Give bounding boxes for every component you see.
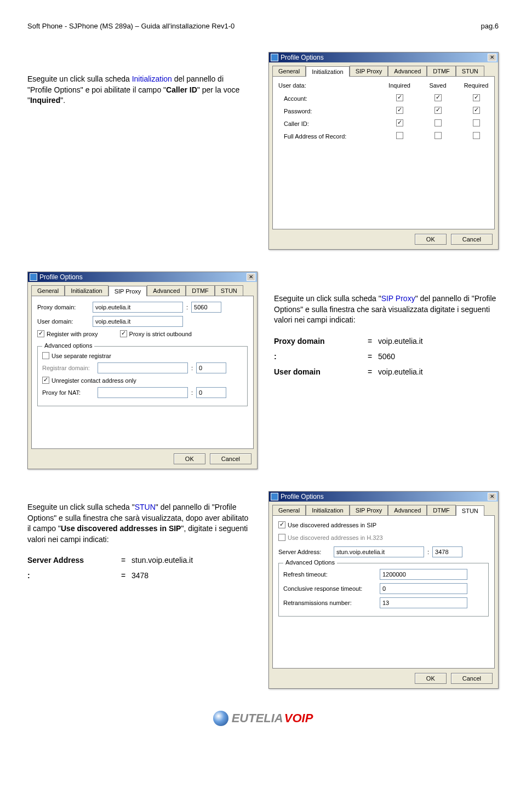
checkbox-password-inquired[interactable] (396, 107, 403, 114)
registrar-domain-input[interactable] (98, 362, 188, 373)
conclusive-timeout-label: Conclusive response timeout: (283, 585, 376, 592)
checkbox-callerid-inquired[interactable] (396, 119, 403, 126)
tab-stun[interactable]: STUN (215, 285, 243, 296)
checkbox-use-h323[interactable] (278, 534, 285, 541)
checkbox-account-required[interactable] (473, 94, 480, 101)
ok-button[interactable]: OK (174, 453, 205, 464)
user-domain-input[interactable] (93, 316, 183, 327)
tab-sip-proxy[interactable]: SIP Proxy (108, 286, 147, 296)
dialog-title: Profile Options (281, 54, 324, 61)
checkbox-strict-outbound[interactable] (120, 330, 127, 337)
param-server-port: : = 3478 (27, 571, 236, 580)
ok-button[interactable]: OK (415, 673, 447, 684)
param-proxy-domain: Proxy domain = voip.eutelia.it (274, 337, 482, 345)
tab-initialization[interactable]: Initialization (306, 505, 349, 515)
link-initialization: Initialization (132, 74, 172, 83)
refresh-timeout-label: Refresh timeout: (283, 571, 376, 578)
tab-general[interactable]: General (272, 505, 306, 515)
col-inquired: Inquired (387, 82, 412, 89)
checkbox-password-saved[interactable] (434, 107, 442, 114)
cancel-button[interactable]: Cancel (210, 453, 251, 464)
ok-button[interactable]: OK (415, 234, 447, 245)
checkbox-fulladdr-required[interactable] (473, 132, 480, 139)
checkbox-use-separate-registrar[interactable] (42, 352, 49, 359)
col-required: Required (464, 82, 489, 89)
dialog-title: Profile Options (281, 493, 324, 500)
param-user-domain: User domain = voip.eutelia.it (274, 367, 482, 376)
proxy-for-nat-label: Proxy for NAT: (42, 389, 94, 396)
titlebar: Profile Options ✕ (269, 53, 498, 62)
user-data-label: User data: (278, 82, 387, 89)
dialog-title: Profile Options (39, 273, 83, 281)
tab-dtmf[interactable]: DTMF (186, 285, 215, 296)
app-icon (271, 493, 278, 500)
link-sip-proxy: SIP Proxy (381, 294, 415, 303)
advanced-options-legend: Advanced options (42, 342, 94, 349)
tab-general[interactable]: General (31, 285, 65, 296)
server-address-label: Server Address: (278, 549, 330, 555)
user-domain-label: User domain: (37, 318, 89, 325)
retransmissions-input[interactable] (380, 597, 467, 608)
server-port-input[interactable] (432, 546, 462, 557)
tab-sip-proxy[interactable]: SIP Proxy (350, 505, 388, 515)
server-address-input[interactable] (334, 546, 424, 557)
tab-advanced[interactable]: Advanced (147, 285, 186, 296)
row-account: Account: (278, 94, 489, 102)
footer-logo: EUTELIAVOIP (27, 711, 499, 728)
tab-stun[interactable]: STUN (456, 505, 484, 516)
tab-sip-proxy[interactable]: SIP Proxy (350, 66, 388, 76)
paragraph-sip-proxy: Eseguite un click sulla scheda "SIP Prox… (274, 293, 499, 326)
row-full-address: Full Address of Record: (278, 132, 489, 140)
tabstrip: General Initialization SIP Proxy Advance… (269, 62, 498, 76)
tab-stun[interactable]: STUN (456, 66, 484, 76)
profile-options-dialog-stun: Profile Options ✕ General Initialization… (268, 491, 499, 689)
param-server-address: Server Address = stun.voip.eutelia.it (27, 556, 236, 565)
tab-advanced[interactable]: Advanced (388, 505, 427, 515)
profile-options-dialog-sip-proxy: Profile Options ✕ General Initialization… (27, 272, 258, 469)
close-icon[interactable]: ✕ (488, 493, 496, 500)
checkbox-unregister[interactable] (42, 377, 49, 384)
registrar-port-input[interactable] (196, 362, 226, 373)
proxy-for-nat-port-input[interactable] (196, 387, 226, 398)
checkbox-account-inquired[interactable] (396, 94, 403, 101)
page-header: Soft Phone - SJPhone (MS 289a) – Guida a… (27, 22, 499, 30)
proxy-domain-label: Proxy domain: (37, 304, 89, 310)
header-left: Soft Phone - SJPhone (MS 289a) – Guida a… (27, 22, 235, 30)
tab-initialization[interactable]: Initialization (65, 285, 108, 296)
close-icon[interactable]: ✕ (247, 273, 255, 281)
checkbox-register-with-proxy[interactable] (37, 330, 44, 337)
tab-dtmf[interactable]: DTMF (427, 66, 456, 76)
checkbox-use-sip[interactable] (278, 521, 285, 528)
close-icon[interactable]: ✕ (488, 54, 496, 61)
registrar-domain-label: Registrar domain: (42, 365, 94, 371)
registrar-port-label: : (191, 365, 193, 371)
tab-advanced[interactable]: Advanced (388, 66, 427, 76)
header-right: pag.6 (481, 22, 499, 30)
tab-general[interactable]: General (272, 66, 306, 76)
checkbox-fulladdr-saved[interactable] (434, 132, 442, 139)
proxy-for-nat-input[interactable] (98, 387, 188, 398)
refresh-timeout-input[interactable] (380, 569, 467, 580)
checkbox-fulladdr-inquired[interactable] (396, 132, 403, 139)
proxy-for-nat-port-label: : (191, 389, 193, 396)
tab-dtmf[interactable]: DTMF (427, 505, 456, 515)
tab-initialization[interactable]: Initialization (306, 66, 349, 77)
checkbox-account-saved[interactable] (434, 94, 442, 101)
proxy-port-input[interactable] (191, 302, 221, 313)
checkbox-callerid-saved[interactable] (434, 119, 442, 126)
cancel-button[interactable]: Cancel (451, 234, 493, 245)
checkbox-password-required[interactable] (473, 107, 480, 114)
conclusive-timeout-input[interactable] (380, 583, 467, 594)
checkbox-callerid-required[interactable] (473, 119, 480, 126)
cancel-button[interactable]: Cancel (451, 673, 493, 684)
param-proxy-port: : = 5060 (274, 352, 482, 361)
profile-options-dialog-initialization: Profile Options ✕ General Initialization… (268, 52, 499, 250)
proxy-domain-input[interactable] (93, 302, 183, 313)
server-port-label: : (427, 549, 429, 555)
col-saved: Saved (425, 82, 450, 89)
globe-icon (213, 711, 228, 726)
app-icon (271, 54, 278, 61)
row-caller-id: Caller ID: (278, 119, 489, 128)
paragraph-stun: Eseguite un click sulla scheda "STUN" de… (27, 502, 252, 545)
paragraph-initialization: Eseguite un click sulla scheda Initializ… (27, 74, 241, 106)
